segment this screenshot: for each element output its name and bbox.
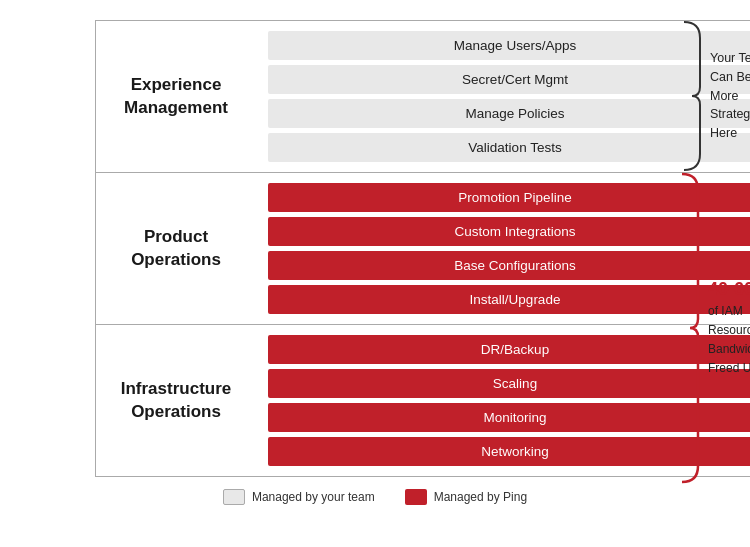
product-operations-items: Promotion Pipeline Custom Integrations B…	[256, 173, 750, 324]
experience-management-items: Manage Users/Apps Secret/Cert Mgmt Manag…	[256, 21, 750, 172]
strategic-brace-icon	[682, 20, 704, 172]
legend: Managed by your team Managed by Ping	[223, 489, 527, 505]
freed-annotation-group: 40-60% of IAMResourceBandwidthFreed Up	[680, 172, 750, 484]
row-experience-management: ExperienceManagement Manage Users/Apps S…	[95, 20, 750, 173]
item-promotion-pipeline: Promotion Pipeline	[268, 183, 750, 212]
rows-area: ExperienceManagement Manage Users/Apps S…	[95, 20, 750, 477]
product-operations-title: ProductOperations	[96, 173, 256, 324]
freed-annotation-text: 40-60% of IAMResourceBandwidthFreed Up	[708, 279, 750, 377]
row-product-operations: ProductOperations Promotion Pipeline Cus…	[95, 173, 750, 325]
experience-management-title: ExperienceManagement	[96, 21, 256, 172]
legend-item-gray: Managed by your team	[223, 489, 375, 505]
item-monitoring: Monitoring	[268, 403, 750, 432]
item-install-upgrade: Install/Upgrade	[268, 285, 750, 314]
freed-description-text: of IAMResourceBandwidthFreed Up	[708, 304, 750, 375]
item-manage-policies: Manage Policies	[268, 99, 750, 128]
legend-swatch-red	[405, 489, 427, 505]
strategic-annotation-group: Your TeamCan BeMoreStrategicHere	[682, 20, 750, 172]
item-networking: Networking	[268, 437, 750, 466]
item-base-configurations: Base Configurations	[268, 251, 750, 280]
item-custom-integrations: Custom Integrations	[268, 217, 750, 246]
main-wrapper: ExperienceManagement Manage Users/Apps S…	[95, 20, 655, 477]
row-infrastructure-operations: InfrastructureOperations DR/Backup Scali…	[95, 325, 750, 477]
infrastructure-operations-title: InfrastructureOperations	[96, 325, 256, 476]
diagram-container: ExperienceManagement Manage Users/Apps S…	[0, 0, 750, 547]
strategic-annotation-text: Your TeamCan BeMoreStrategicHere	[710, 49, 750, 143]
freed-brace-icon	[680, 172, 702, 484]
legend-label-red: Managed by Ping	[434, 490, 527, 504]
item-dr-backup: DR/Backup	[268, 335, 750, 364]
legend-label-gray: Managed by your team	[252, 490, 375, 504]
item-scaling: Scaling	[268, 369, 750, 398]
freed-percent-text: 40-60%	[708, 279, 750, 301]
infrastructure-operations-items: DR/Backup Scaling Monitoring Networking	[256, 325, 750, 476]
legend-item-red: Managed by Ping	[405, 489, 527, 505]
legend-swatch-gray	[223, 489, 245, 505]
item-manage-users-apps: Manage Users/Apps	[268, 31, 750, 60]
item-validation-tests: Validation Tests	[268, 133, 750, 162]
item-secret-cert-mgmt: Secret/Cert Mgmt	[268, 65, 750, 94]
